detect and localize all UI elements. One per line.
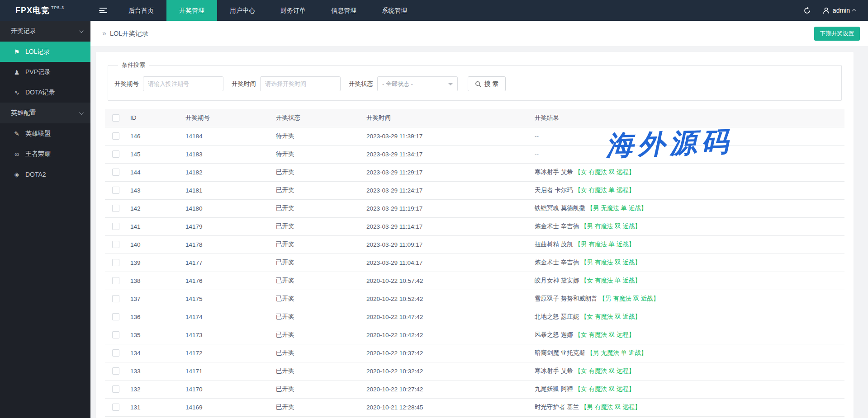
- admin-menu[interactable]: admin: [823, 7, 856, 14]
- cell-issue: 14173: [182, 326, 272, 344]
- cell-time: 2023-03-29 11:09:17: [363, 235, 531, 254]
- cell-status: 已开奖: [272, 326, 363, 344]
- sidebar-item-league-of-legends[interactable]: ✎ 英雄联盟: [0, 123, 90, 144]
- content-panel: 条件搜索 开奖期号 开奖时间 开奖状态 - 全部状态 -: [96, 52, 854, 418]
- sidebar-item-pvp-records[interactable]: ♟ PVP记录: [0, 62, 90, 82]
- status-filter-group: 开奖状态 - 全部状态 -: [349, 76, 458, 91]
- cell-id: 141: [127, 217, 182, 235]
- sidebar-collapse-icon[interactable]: [90, 0, 116, 21]
- cell-status: 已开奖: [272, 290, 363, 308]
- row-checkbox[interactable]: [112, 367, 119, 375]
- nav-item-info[interactable]: 信息管理: [318, 0, 369, 21]
- nav-item-users[interactable]: 用户中心: [217, 0, 268, 21]
- table-row: 14014178已开奖2023-03-29 11:09:17扭曲树精 茂凯 【男…: [105, 235, 844, 254]
- table-row: 14114179已开奖2023-03-29 11:14:17炼金术士 辛吉德 【…: [105, 217, 844, 235]
- cell-result: --: [531, 145, 844, 163]
- row-checkbox[interactable]: [112, 331, 119, 338]
- cell-time: 2020-10-22 10:32:42: [363, 362, 531, 380]
- row-checkbox[interactable]: [112, 223, 119, 230]
- select-all-checkbox[interactable]: [112, 114, 119, 122]
- row-checkbox[interactable]: [112, 349, 119, 357]
- cell-status: 已开奖: [272, 344, 363, 362]
- cell-issue: 14181: [182, 181, 272, 199]
- row-checkbox[interactable]: [112, 404, 119, 411]
- cell-result: --: [531, 127, 844, 145]
- user-icon: [823, 7, 830, 14]
- cell-time: 2023-03-29 11:24:17: [363, 181, 531, 199]
- row-checkbox[interactable]: [112, 259, 119, 266]
- cell-result: 北地之怒 瑟庄妮 【女 有魔法 双 近战】: [531, 308, 844, 326]
- sidebar-item-label: DOTA记录: [25, 89, 55, 97]
- sidebar: 开奖记录 ⚑ LOL记录 ♟ PVP记录 ∿ DOTA记录 英雄配置 ✎ 英雄联…: [0, 21, 90, 418]
- row-checkbox[interactable]: [112, 205, 119, 212]
- cell-id: 145: [127, 145, 182, 163]
- table-header-row: ID 开奖期号 开奖状态 开奖时间 开奖结果: [105, 109, 844, 127]
- cell-status: 已开奖: [272, 235, 363, 254]
- table-row: 13514173已开奖2020-10-22 10:42:42风暴之怒 迦娜 【女…: [105, 326, 844, 344]
- sidebar-item-label: 英雄联盟: [25, 130, 51, 138]
- table-row: 13314171已开奖2020-10-22 10:32:42寒冰射手 艾希 【女…: [105, 362, 844, 380]
- nav-item-dashboard[interactable]: 后台首页: [116, 0, 166, 21]
- sidebar-group-label: 开奖记录: [11, 27, 79, 35]
- table-row: 13414172已开奖2020-10-22 10:37:42暗裔剑魔 亚托克斯 …: [105, 344, 844, 362]
- cell-time: 2023-03-29 11:34:17: [363, 145, 531, 163]
- sidebar-group-lottery-records[interactable]: 开奖记录: [0, 21, 90, 42]
- app-logo: FPX电竞TP5.3: [0, 0, 90, 21]
- cell-status: 已开奖: [272, 199, 363, 217]
- cell-time: 2023-03-29 11:29:17: [363, 163, 531, 181]
- sidebar-item-kings-glory[interactable]: ∞ 王者荣耀: [0, 144, 90, 164]
- cell-issue: 14168: [182, 416, 272, 418]
- cell-status: 已开奖: [272, 163, 363, 181]
- row-checkbox[interactable]: [112, 313, 119, 320]
- time-filter-group: 开奖时间: [232, 76, 341, 91]
- row-checkbox[interactable]: [112, 385, 119, 393]
- sidebar-group-hero-config[interactable]: 英雄配置: [0, 103, 90, 123]
- row-checkbox[interactable]: [112, 150, 119, 158]
- issue-input[interactable]: [143, 76, 223, 91]
- sidebar-item-dota2[interactable]: ◈ DOTA2: [0, 164, 90, 184]
- row-checkbox[interactable]: [112, 132, 119, 140]
- pawn-icon: ♟: [13, 69, 21, 76]
- cell-result: 炼金术士 辛吉德 【男 有魔法 双 近战】: [531, 254, 844, 272]
- sidebar-item-lol-records[interactable]: ⚑ LOL记录: [0, 42, 90, 62]
- table-row: 13814176已开奖2020-10-22 10:57:42皎月女神 黛安娜 【…: [105, 272, 844, 290]
- col-header-status: 开奖状态: [272, 109, 363, 127]
- table-row: 14414182已开奖2023-03-29 11:29:17寒冰射手 艾希 【女…: [105, 163, 844, 181]
- nav-item-system[interactable]: 系统管理: [369, 0, 420, 21]
- refresh-icon[interactable]: [803, 7, 811, 14]
- col-header-id: ID: [127, 109, 182, 127]
- cell-issue: 14183: [182, 145, 272, 163]
- nav-item-lottery-active[interactable]: 开奖管理: [166, 0, 217, 21]
- table-row: 13014168已开奖2020-10-21 12:23:45寒冰射手 艾希 【女…: [105, 416, 844, 418]
- cell-result: 炼金术士 辛吉德 【男 有魔法 双 近战】: [531, 217, 844, 235]
- row-checkbox[interactable]: [112, 241, 119, 248]
- cell-status: 待开奖: [272, 127, 363, 145]
- row-checkbox[interactable]: [112, 295, 119, 302]
- chevron-down-icon: [79, 110, 84, 115]
- cell-time: 2020-10-21 12:28:45: [363, 398, 531, 416]
- row-checkbox[interactable]: [112, 277, 119, 284]
- sidebar-item-dota-records[interactable]: ∿ DOTA记录: [0, 82, 90, 103]
- time-input[interactable]: [260, 76, 341, 91]
- topbar-right: admin: [803, 0, 868, 21]
- cell-id: 138: [127, 272, 182, 290]
- shield-icon: ◈: [13, 171, 21, 178]
- cell-issue: 14172: [182, 344, 272, 362]
- select-caret-icon: [448, 83, 453, 85]
- admin-username: admin: [833, 7, 850, 14]
- row-checkbox[interactable]: [112, 169, 119, 176]
- cell-issue: 14182: [182, 163, 272, 181]
- col-header-time: 开奖时间: [363, 109, 531, 127]
- search-button[interactable]: 搜 索: [468, 76, 506, 91]
- table-row: 14514183待开奖2023-03-29 11:34:17--: [105, 145, 844, 163]
- nav-item-finance[interactable]: 财务订单: [268, 0, 318, 21]
- cell-time: 2020-10-22 10:57:42: [363, 272, 531, 290]
- cell-id: 137: [127, 290, 182, 308]
- status-select-value: - 全部状态 -: [382, 80, 413, 88]
- status-select[interactable]: - 全部状态 -: [377, 76, 458, 91]
- cell-time: 2023-03-29 11:14:17: [363, 217, 531, 235]
- row-checkbox[interactable]: [112, 187, 119, 194]
- cell-time: 2023-03-29 11:39:17: [363, 127, 531, 145]
- next-draw-settings-button[interactable]: 下期开奖设置: [814, 27, 860, 41]
- results-table: ID 开奖期号 开奖状态 开奖时间 开奖结果 14614184待开奖2023-0…: [105, 109, 844, 418]
